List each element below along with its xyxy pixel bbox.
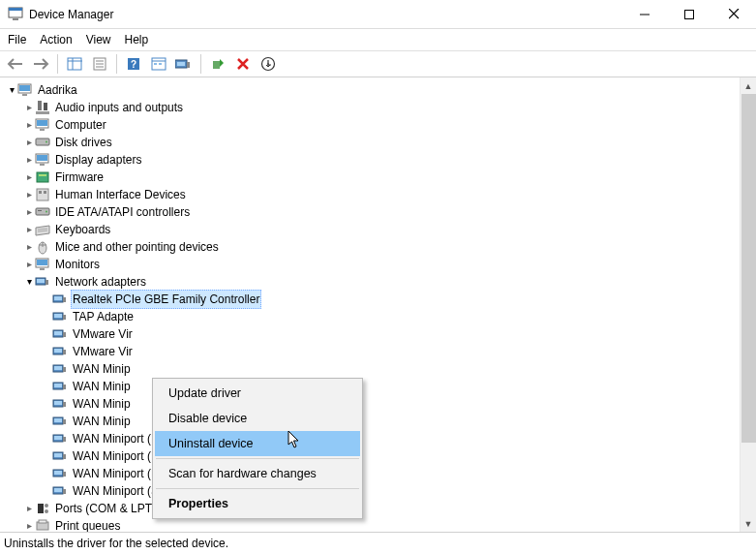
svg-rect-42: [39, 191, 42, 194]
tree-category[interactable]: ▸ Display adapters: [23, 151, 756, 169]
tree-category[interactable]: ▸ Disk drives: [23, 134, 756, 151]
chevron-right-icon[interactable]: ▸: [23, 99, 35, 116]
tree-category-label: Keyboards: [53, 221, 112, 238]
minimize-button[interactable]: [622, 0, 667, 29]
svg-rect-40: [39, 174, 46, 176]
maximize-button[interactable]: [667, 0, 711, 29]
chevron-right-icon[interactable]: ▸: [23, 169, 35, 186]
tree-device[interactable]: WAN Minip: [41, 378, 756, 395]
toolbar-icon-grid[interactable]: [147, 52, 170, 76]
enable-device-button[interactable]: [206, 52, 229, 76]
help-button[interactable]: ?: [122, 52, 145, 76]
tree-category-label: Mice and other pointing devices: [53, 238, 221, 256]
ctx-scan-hardware[interactable]: Scan for hardware changes: [155, 461, 360, 486]
chevron-right-icon[interactable]: ▸: [23, 238, 35, 256]
chevron-right-icon[interactable]: ▸: [23, 134, 35, 151]
tree-category[interactable]: ▸ Keyboards: [23, 221, 756, 238]
svg-rect-57: [37, 279, 45, 283]
tree-category[interactable]: ▸ Human Interface Devices: [23, 186, 756, 203]
tree-device-label: WAN Minip: [71, 360, 133, 378]
disable-device-button[interactable]: [231, 52, 255, 76]
network-adapter-icon: [52, 326, 68, 342]
chevron-down-icon[interactable]: ▾: [23, 273, 35, 291]
svg-rect-43: [44, 191, 46, 194]
ctx-uninstall-device[interactable]: Uninstall device: [155, 431, 360, 456]
network-adapter-icon: [52, 466, 68, 481]
tree-device[interactable]: WAN Miniport (SSTP): [41, 482, 756, 500]
show-hide-tree-button[interactable]: [63, 52, 86, 76]
menu-help[interactable]: Help: [125, 33, 149, 46]
chevron-right-icon[interactable]: ▸: [23, 203, 35, 221]
network-adapter-icon: [52, 431, 68, 446]
chevron-right-icon[interactable]: ▸: [23, 517, 35, 533]
tree-category[interactable]: ▾ Network adapters: [23, 273, 756, 291]
app-icon: [8, 7, 23, 22]
tree-category[interactable]: ▸ Mice and other pointing devices: [23, 238, 756, 256]
chevron-down-icon[interactable]: ▾: [6, 81, 17, 99]
chevron-right-icon[interactable]: ▸: [23, 116, 35, 134]
device-tree[interactable]: ▾ Aadrika ▸ Audio inputs and outputs ▸ C…: [0, 77, 756, 533]
close-button[interactable]: [711, 0, 756, 29]
tree-category-label: Audio inputs and outputs: [53, 99, 185, 116]
properties-button[interactable]: [88, 52, 111, 76]
chevron-right-icon[interactable]: ▸: [23, 500, 35, 517]
chevron-right-icon[interactable]: ▸: [23, 151, 35, 169]
tree-device[interactable]: VMware Vir: [41, 343, 756, 360]
tree-device[interactable]: VMware Vir: [41, 325, 756, 343]
menu-view[interactable]: View: [86, 33, 111, 46]
mouse-cursor-icon: [287, 430, 303, 453]
category-icon: [35, 501, 50, 516]
forward-button[interactable]: [29, 52, 52, 76]
svg-rect-94: [38, 504, 44, 513]
svg-rect-19: [159, 63, 162, 65]
category-icon: [35, 518, 50, 533]
tree-device[interactable]: Realtek PCIe GBE Family Controller: [41, 291, 756, 308]
ctx-disable-device[interactable]: Disable device: [155, 406, 360, 431]
tree-device[interactable]: WAN Miniport (PPPOE): [41, 447, 756, 465]
menu-action[interactable]: Action: [40, 33, 72, 46]
tree-device[interactable]: WAN Minip: [41, 395, 756, 413]
back-button[interactable]: [4, 52, 27, 76]
tree-device[interactable]: WAN Minip: [41, 413, 756, 430]
tree-category[interactable]: ▸ Ports (COM & LPT): [23, 500, 756, 517]
svg-rect-22: [177, 62, 185, 66]
toolbar: ?: [0, 50, 756, 77]
tree-category[interactable]: ▸ Print queues: [23, 517, 756, 533]
tree-device[interactable]: WAN Miniport (PPTP): [41, 465, 756, 482]
category-icon: [35, 117, 50, 133]
uninstall-device-button[interactable]: [257, 52, 280, 76]
chevron-right-icon[interactable]: ▸: [23, 256, 35, 273]
tree-category[interactable]: ▸ Audio inputs and outputs: [23, 99, 756, 116]
chevron-right-icon[interactable]: ▸: [23, 221, 35, 238]
scroll-up-button[interactable]: ▲: [741, 77, 756, 94]
category-icon: [35, 239, 50, 255]
menu-file[interactable]: File: [8, 33, 26, 46]
tree-device[interactable]: WAN Minip: [41, 360, 756, 378]
svg-rect-87: [54, 453, 62, 457]
svg-rect-2: [13, 18, 18, 20]
tree-category-label: Firmware: [53, 169, 106, 186]
tree-category[interactable]: ▸ IDE ATA/ATAPI controllers: [23, 203, 756, 221]
category-icon: [35, 135, 50, 150]
chevron-right-icon[interactable]: ▸: [23, 186, 35, 203]
tree-category[interactable]: ▸ Monitors: [23, 256, 756, 273]
svg-point-96: [45, 509, 48, 513]
svg-rect-93: [54, 488, 62, 492]
tree-device[interactable]: WAN Miniport (Network Monitor): [41, 430, 756, 447]
ctx-update-driver[interactable]: Update driver: [155, 381, 360, 406]
scroll-thumb[interactable]: [741, 94, 756, 443]
tree-device-label: Realtek PCIe GBE Family Controller: [71, 290, 261, 309]
tree-device[interactable]: TAP Adapte: [41, 308, 756, 325]
tree-category[interactable]: ▸ Firmware: [23, 169, 756, 186]
tree-category[interactable]: ▸ Computer: [23, 116, 756, 134]
vertical-scrollbar[interactable]: ▲ ▼: [740, 77, 756, 532]
update-driver-button[interactable]: [172, 52, 196, 76]
tree-root[interactable]: ▾ Aadrika: [6, 81, 756, 99]
tree-category-label: Print queues: [53, 517, 122, 533]
tree-device-label: WAN Minip: [71, 395, 133, 413]
ctx-properties[interactable]: Properties: [155, 491, 360, 516]
svg-rect-1: [9, 8, 22, 11]
svg-rect-7: [68, 58, 81, 70]
scroll-down-button[interactable]: ▼: [741, 515, 756, 532]
svg-point-46: [45, 211, 47, 213]
